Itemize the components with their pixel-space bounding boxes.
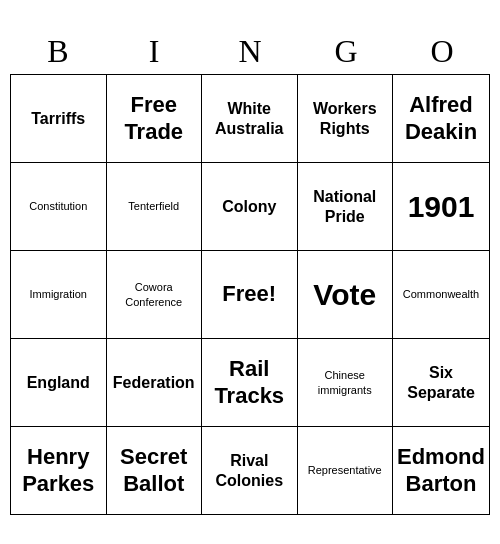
- cell-text-4: Alfred Deakin: [397, 92, 485, 145]
- bingo-cell-3: Workers Rights: [298, 75, 394, 163]
- cell-text-12: Free!: [222, 281, 276, 307]
- header-letter-O: O: [398, 33, 486, 70]
- bingo-cell-23: Representative: [298, 427, 394, 515]
- cell-text-16: Federation: [113, 373, 195, 392]
- cell-text-5: Constitution: [29, 199, 87, 213]
- cell-text-8: National Pride: [302, 187, 389, 225]
- cell-text-9: 1901: [408, 187, 475, 226]
- cell-text-6: Tenterfield: [128, 199, 179, 213]
- bingo-cell-16: Federation: [107, 339, 203, 427]
- cell-text-24: Edmond Barton: [397, 444, 485, 497]
- bingo-cell-14: Commonwealth: [393, 251, 490, 339]
- bingo-cell-1: Free Trade: [107, 75, 203, 163]
- cell-text-1: Free Trade: [111, 92, 198, 145]
- cell-text-15: England: [27, 373, 90, 392]
- bingo-cell-9: 1901: [393, 163, 490, 251]
- bingo-cell-2: White Australia: [202, 75, 298, 163]
- cell-text-20: Henry Parkes: [15, 444, 102, 497]
- bingo-cell-8: National Pride: [298, 163, 394, 251]
- cell-text-21: Secret Ballot: [111, 444, 198, 497]
- cell-text-23: Representative: [308, 463, 382, 477]
- cell-text-7: Colony: [222, 197, 276, 216]
- bingo-cell-24: Edmond Barton: [393, 427, 490, 515]
- bingo-cell-17: Rail Tracks: [202, 339, 298, 427]
- header-letter-I: I: [110, 33, 198, 70]
- cell-text-19: Six Separate: [397, 363, 485, 401]
- cell-text-14: Commonwealth: [403, 287, 479, 301]
- bingo-cell-0: Tarriffs: [11, 75, 107, 163]
- header-letter-B: B: [14, 33, 102, 70]
- bingo-cell-6: Tenterfield: [107, 163, 203, 251]
- header-letter-G: G: [302, 33, 390, 70]
- cell-text-17: Rail Tracks: [206, 356, 293, 409]
- bingo-cell-5: Constitution: [11, 163, 107, 251]
- cell-text-11: Cowora Conference: [111, 280, 198, 309]
- cell-text-13: Vote: [313, 275, 376, 314]
- bingo-grid: TarriffsFree TradeWhite AustraliaWorkers…: [10, 74, 490, 515]
- cell-text-18: Chinese immigrants: [302, 368, 389, 397]
- bingo-cell-18: Chinese immigrants: [298, 339, 394, 427]
- cell-text-3: Workers Rights: [302, 99, 389, 137]
- bingo-cell-7: Colony: [202, 163, 298, 251]
- bingo-cell-22: Rival Colonies: [202, 427, 298, 515]
- bingo-header: BINGO: [10, 29, 490, 74]
- bingo-card: BINGO TarriffsFree TradeWhite AustraliaW…: [10, 29, 490, 515]
- bingo-cell-10: Immigration: [11, 251, 107, 339]
- bingo-cell-4: Alfred Deakin: [393, 75, 490, 163]
- bingo-cell-11: Cowora Conference: [107, 251, 203, 339]
- cell-text-22: Rival Colonies: [206, 451, 293, 489]
- bingo-cell-13: Vote: [298, 251, 394, 339]
- header-letter-N: N: [206, 33, 294, 70]
- cell-text-10: Immigration: [30, 287, 87, 301]
- cell-text-0: Tarriffs: [31, 109, 85, 128]
- bingo-cell-21: Secret Ballot: [107, 427, 203, 515]
- bingo-cell-20: Henry Parkes: [11, 427, 107, 515]
- cell-text-2: White Australia: [206, 99, 293, 137]
- bingo-cell-12: Free!: [202, 251, 298, 339]
- bingo-cell-15: England: [11, 339, 107, 427]
- bingo-cell-19: Six Separate: [393, 339, 490, 427]
